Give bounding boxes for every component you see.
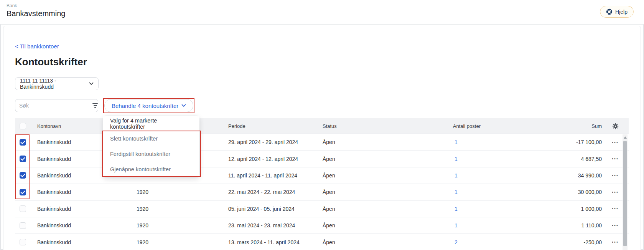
- column-header-antall-poster[interactable]: Antall poster: [418, 123, 494, 129]
- app-title: Bankavstemming: [7, 9, 65, 18]
- table-row[interactable]: Bankinnskudd 1920 05. juni 2024 - 05. ju…: [15, 201, 629, 217]
- column-header-status[interactable]: Status: [318, 123, 418, 129]
- row-checkbox[interactable]: [20, 139, 26, 146]
- scrollbar-thumb[interactable]: [623, 141, 627, 246]
- topbar: Bank Bankavstemming Hjelp: [0, 0, 644, 25]
- antall-poster-link[interactable]: 1: [455, 156, 458, 162]
- antall-poster-link[interactable]: 1: [455, 139, 458, 145]
- account-select-value: 1111 11 11113 - Bankinnskudd: [20, 78, 89, 90]
- help-button-label: Hjelp: [615, 9, 628, 15]
- cell-sum: 4 687,50: [494, 156, 602, 162]
- table-row[interactable]: Bankinnskudd 1920 23. mai 2024 - 23. mai…: [15, 217, 629, 234]
- cell-periode: 13. mars 2024 - 11. april 2024: [226, 239, 318, 245]
- cell-periode: 22. mai 2024 - 22. mai 2024: [226, 189, 318, 195]
- antall-poster-link[interactable]: 1: [455, 172, 458, 179]
- bulk-actions-dropdown-menu: Valg for 4 markerte kontoutskrifter Slet…: [103, 116, 199, 177]
- cell-kontonavn: Bankinnskudd: [30, 222, 130, 228]
- help-button[interactable]: Hjelp: [600, 6, 634, 18]
- row-checkbox[interactable]: [20, 189, 26, 195]
- cell-kontonavn: Bankinnskudd: [30, 206, 130, 212]
- cell-status: Åpen: [318, 139, 418, 145]
- column-header-sum[interactable]: Sum: [494, 123, 602, 129]
- cell-sum: 1 110,00: [494, 222, 602, 228]
- cell-periode: 05. juni 2024 - 05. juni 2024: [226, 206, 318, 212]
- menu-item-slett-kontoutskrifter[interactable]: Slett kontoutskrifter: [103, 131, 199, 146]
- cell-sum: -17 100,00: [494, 139, 602, 145]
- cell-konto: 1920: [130, 239, 226, 245]
- antall-poster-link[interactable]: 2: [455, 239, 458, 245]
- cell-konto: 1920: [130, 222, 226, 228]
- chevron-down-icon: [89, 82, 94, 85]
- page-title: Kontoutskrifter: [15, 56, 641, 68]
- row-actions-menu-icon[interactable]: •••: [612, 240, 619, 244]
- annotation-box-bulk-button: Behandle 4 kontoutskrifter: [103, 98, 194, 113]
- menu-item-ferdigstill-kontoutskrifter[interactable]: Ferdigstill kontoutskrifter: [103, 146, 199, 162]
- row-actions-menu-icon[interactable]: •••: [612, 207, 619, 211]
- row-actions-menu-icon[interactable]: •••: [612, 157, 619, 161]
- antall-poster-link[interactable]: 1: [455, 189, 458, 195]
- cell-periode: 23. mai 2024 - 23. mai 2024: [226, 222, 318, 228]
- search-input[interactable]: [15, 103, 92, 109]
- cell-status: Åpen: [318, 239, 418, 245]
- antall-poster-link[interactable]: 1: [455, 206, 458, 212]
- cell-sum: 34 990,00: [494, 172, 602, 179]
- scrollbar-track[interactable]: [623, 134, 628, 250]
- row-checkbox[interactable]: [20, 156, 26, 162]
- content-card: < Til bankkontoer Kontoutskrifter 1111 1…: [3, 26, 641, 250]
- cell-status: Åpen: [318, 222, 418, 228]
- row-actions-menu-icon[interactable]: •••: [612, 190, 619, 194]
- cell-sum: -250,00: [494, 239, 602, 245]
- menu-item-gjenapne-kontoutskrifter[interactable]: Gjenåpne kontoutskrifter: [103, 162, 199, 177]
- table-row[interactable]: Bankinnskudd 1920 22. mai 2024 - 22. mai…: [15, 184, 629, 200]
- dropdown-menu-header: Valg for 4 markerte kontoutskrifter: [103, 116, 199, 131]
- cell-periode: 29. april 2024 - 29. april 2024: [226, 139, 318, 145]
- gear-icon[interactable]: [612, 123, 619, 129]
- select-all-checkbox[interactable]: [20, 123, 26, 129]
- scrollbar-up-button[interactable]: [624, 136, 627, 139]
- filter-icon[interactable]: [92, 99, 98, 112]
- row-checkbox[interactable]: [20, 172, 26, 179]
- bankavstemming-page: Bank Bankavstemming Hjelp < Til bankkont…: [0, 0, 644, 250]
- antall-poster-link[interactable]: 1: [455, 222, 458, 228]
- row-checkbox[interactable]: [20, 239, 26, 245]
- lifebuoy-icon: [606, 8, 613, 15]
- cell-sum: 30 000,00: [494, 189, 602, 195]
- cell-sum: 1 000,00: [494, 206, 602, 212]
- bulk-actions-button-label: Behandle 4 kontoutskrifter: [112, 103, 178, 109]
- chevron-down-icon: [181, 104, 186, 107]
- row-checkbox[interactable]: [20, 205, 26, 212]
- column-header-periode[interactable]: Periode: [226, 123, 318, 129]
- row-checkbox[interactable]: [20, 222, 26, 229]
- cell-periode: 11. april 2024 - 11. april 2024: [226, 172, 318, 179]
- cell-status: Åpen: [318, 189, 418, 195]
- cell-kontonavn: Bankinnskudd: [30, 189, 130, 195]
- table-row[interactable]: Bankinnskudd 1920 13. mars 2024 - 11. ap…: [15, 234, 629, 250]
- cell-konto: 1920: [130, 206, 226, 212]
- search-box: [15, 99, 98, 112]
- app-section-label: Bank: [7, 3, 65, 8]
- cell-status: Åpen: [318, 156, 418, 162]
- row-actions-menu-icon[interactable]: •••: [612, 140, 619, 144]
- row-actions-menu-icon[interactable]: •••: [612, 173, 619, 177]
- account-select[interactable]: 1111 11 11113 - Bankinnskudd: [15, 77, 99, 90]
- cell-status: Åpen: [318, 172, 418, 179]
- cell-periode: 12. april 2024 - 12. april 2024: [226, 156, 318, 162]
- bulk-actions-button[interactable]: Behandle 4 kontoutskrifter: [104, 99, 193, 112]
- row-actions-menu-icon[interactable]: •••: [612, 224, 619, 228]
- cell-kontonavn: Bankinnskudd: [30, 239, 130, 245]
- back-to-bank-accounts-link[interactable]: < Til bankkontoer: [15, 43, 59, 50]
- toolbar: Behandle 4 kontoutskrifter: [15, 98, 641, 113]
- cell-konto: 1920: [130, 189, 226, 195]
- cell-status: Åpen: [318, 206, 418, 212]
